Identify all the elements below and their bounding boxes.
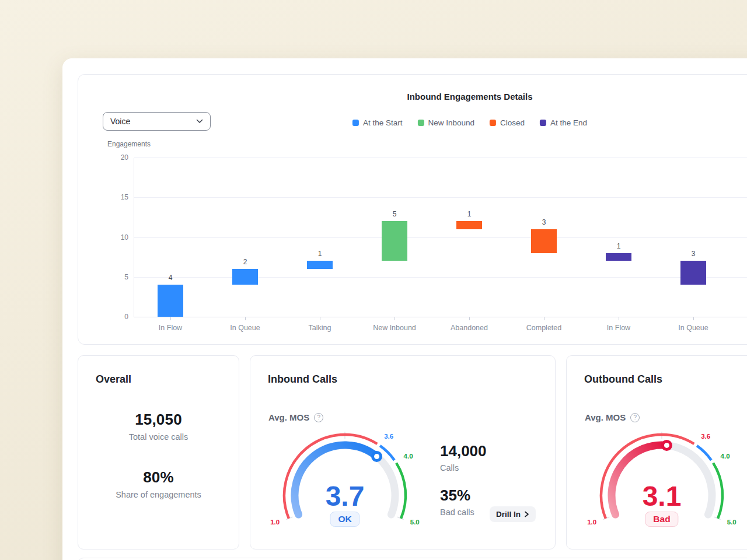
calls-label: Calls xyxy=(440,463,487,473)
bar-value-label: 3 xyxy=(680,250,706,258)
inbound-calls-title: Inbound Calls xyxy=(268,373,337,386)
inbound-calls-card: Inbound Calls Avg. MOS ? 1.03.64.05.03.7… xyxy=(250,355,556,550)
share-of-engagements-label: Share of engagements xyxy=(78,490,239,499)
x-category-label: In Flow xyxy=(581,324,656,332)
y-tick-label: 20 xyxy=(121,153,128,162)
legend-swatch-icon xyxy=(490,120,496,126)
gridline xyxy=(134,237,747,238)
chart-title: Inbound Engagements Details xyxy=(407,92,532,102)
bar-value-label: 1 xyxy=(606,242,631,250)
x-axis-tick xyxy=(395,317,395,320)
x-axis-tick xyxy=(245,317,246,320)
chart-bar xyxy=(456,221,482,229)
legend-item-at-the-end[interactable]: At the End xyxy=(540,118,587,127)
bar-value-label: 4 xyxy=(158,274,183,282)
gridline xyxy=(134,158,747,158)
legend-item-label: At the End xyxy=(550,118,587,127)
gauge-value: 3.7 xyxy=(326,481,365,512)
inbound-mos-gauge: 1.03.64.05.03.7 OK xyxy=(269,430,421,536)
legend-swatch-icon xyxy=(417,120,424,126)
y-tick-label: 10 xyxy=(121,233,128,242)
x-category-label: In Queue xyxy=(208,324,282,332)
gauge-axis-label: 4.0 xyxy=(404,453,413,460)
avg-mos-label: Avg. MOS xyxy=(585,412,626,422)
bad-calls-stat: 35% Bad calls xyxy=(440,487,474,517)
chart-bar xyxy=(382,221,407,261)
x-category-label: Talking xyxy=(282,324,357,332)
x-axis-tick xyxy=(693,317,694,320)
x-axis-tick xyxy=(170,317,171,320)
share-of-engagements-value: 80% xyxy=(78,468,239,487)
gauge-axis-label: 5.0 xyxy=(727,519,736,526)
chart-bar xyxy=(531,229,557,253)
gridline xyxy=(134,197,747,198)
gauge-handle xyxy=(373,453,381,461)
legend-item-label: At the Start xyxy=(363,118,403,127)
mos-status-badge: OK xyxy=(330,512,359,527)
info-icon[interactable]: ? xyxy=(314,413,323,422)
calls-value: 14,000 xyxy=(440,442,487,460)
chart-bar xyxy=(307,261,333,269)
gauge-handle xyxy=(662,441,671,449)
y-tick-label: 0 xyxy=(124,313,128,321)
legend-item-label: Closed xyxy=(500,118,525,127)
x-axis-tick xyxy=(469,317,470,320)
chevron-right-icon xyxy=(524,511,529,517)
x-category-label: In Queue xyxy=(656,324,731,332)
gauge-axis-label: 5.0 xyxy=(410,519,420,526)
total-voice-calls-label: Total voice calls xyxy=(78,432,239,442)
x-category-label: In Flow xyxy=(133,324,208,332)
outbound-calls-title: Outbound Calls xyxy=(584,373,662,386)
chart-bar xyxy=(232,269,258,285)
gauge-value: 3.1 xyxy=(643,481,682,512)
bar-value-label: 3 xyxy=(531,218,557,226)
legend-swatch-icon xyxy=(352,120,359,126)
x-axis-tick xyxy=(619,317,619,320)
inbound-engagements-card: Inbound Engagements Details Voice At the… xyxy=(78,74,747,345)
bar-value-label: 1 xyxy=(456,210,482,218)
bad-calls-value: 35% xyxy=(440,487,474,505)
chevron-down-icon xyxy=(196,119,203,124)
share-of-engagements-metric: 80% Share of engagements xyxy=(78,468,239,499)
gauge-axis-label: 1.0 xyxy=(587,519,596,526)
outbound-calls-card: Outbound Calls Avg. MOS ? 1.03.64.05.03.… xyxy=(566,355,747,550)
legend-swatch-icon xyxy=(540,120,546,126)
bar-value-label: 1 xyxy=(307,250,333,258)
channel-dropdown[interactable]: Voice xyxy=(103,112,211,131)
legend-item-new-inbound[interactable]: New Inbound xyxy=(417,118,474,127)
bar-value-label: 2 xyxy=(232,258,258,266)
next-row-card-partial xyxy=(78,558,747,560)
chart-legend: At the StartNew InboundClosedAt the End xyxy=(352,118,587,127)
gauge-axis-label: 4.0 xyxy=(721,453,730,460)
chart-bar xyxy=(606,253,631,261)
gauge-axis-label: 3.6 xyxy=(701,433,710,440)
legend-item-at-the-start[interactable]: At the Start xyxy=(352,118,403,127)
x-axis-tick xyxy=(544,317,544,320)
info-icon[interactable]: ? xyxy=(630,413,640,422)
x-category-label: New Inbound xyxy=(357,324,432,332)
bar-value-label: 5 xyxy=(382,210,407,218)
gauge-axis-label: 3.6 xyxy=(384,433,393,440)
outbound-mos-gauge: 1.03.64.05.03.1 Bad xyxy=(586,430,738,536)
drill-in-label: Drill In xyxy=(496,510,521,519)
gauge-axis-label: 1.0 xyxy=(270,519,280,526)
total-voice-calls-metric: 15,050 Total voice calls xyxy=(78,411,239,442)
x-axis-tick xyxy=(320,317,320,320)
bad-calls-label: Bad calls xyxy=(440,508,474,517)
y-tick-label: 15 xyxy=(121,193,128,201)
overall-card-title: Overall xyxy=(96,373,131,386)
total-voice-calls-value: 15,050 xyxy=(78,411,239,429)
y-axis-title: Engagements xyxy=(107,140,151,148)
gridline xyxy=(134,277,747,278)
chart-bar xyxy=(158,285,183,317)
legend-item-closed[interactable]: Closed xyxy=(490,118,525,127)
channel-dropdown-value: Voice xyxy=(110,117,130,126)
drill-in-button[interactable]: Drill In xyxy=(490,506,536,522)
calls-stat: 14,000 Calls xyxy=(440,442,487,473)
bar-chart-plot: 0510152042151313In FlowIn QueueTalkingNe… xyxy=(134,158,747,317)
chart-bar xyxy=(680,261,706,285)
overall-card: Overall 15,050 Total voice calls 80% Sha… xyxy=(78,355,239,550)
legend-item-label: New Inbound xyxy=(428,118,474,127)
avg-mos-label: Avg. MOS xyxy=(268,412,309,422)
mos-status-badge: Bad xyxy=(645,512,678,527)
